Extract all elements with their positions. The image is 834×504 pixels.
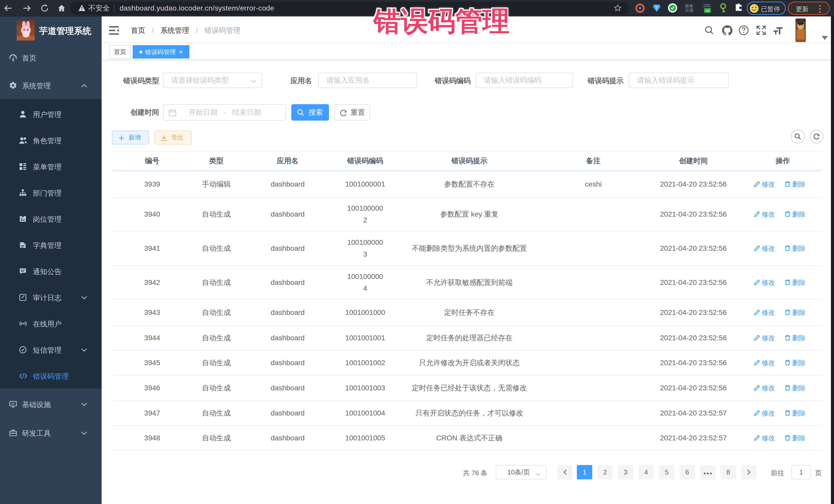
svg-text:on: on — [706, 9, 709, 13]
